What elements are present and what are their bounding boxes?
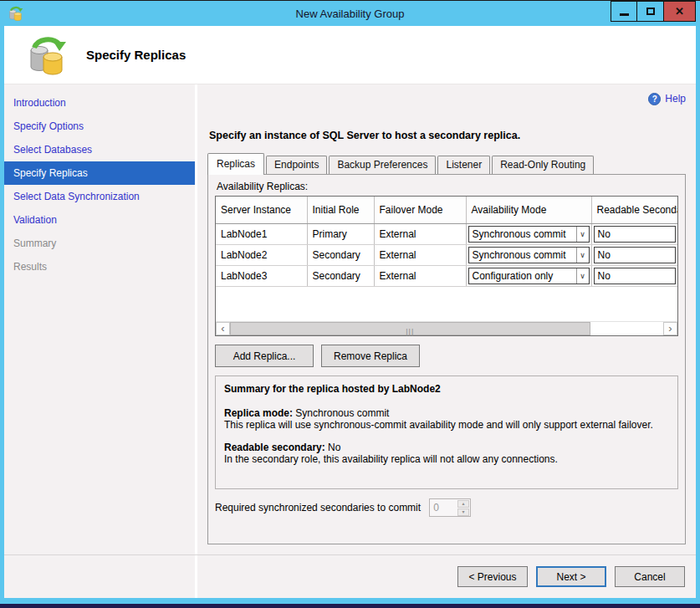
table-row[interactable]: LabNode2 Secondary External Synchronous … [216,244,677,265]
col-initial-role: Initial Role [307,197,374,223]
col-failover-mode: Failover Mode [374,197,466,223]
add-replica-button[interactable]: Add Replica... [215,345,314,367]
minimize-icon [620,13,629,16]
dialog: Specify Replicas Introduction Specify Op… [4,26,696,598]
sidebar-item-validation[interactable]: Validation [4,208,195,232]
grid-empty-area [216,287,677,322]
quorum-row: Required synchronized secondaries to com… [215,498,678,517]
help-link[interactable]: ? Help [207,91,686,106]
window: New Availability Group ✕ Specify Replica… [0,0,700,608]
instruction-text: Specify an instance of SQL Server to hos… [209,130,686,141]
chevron-down-icon: ∨ [576,248,589,263]
availability-replicas-label: Availability Replicas: [217,181,678,192]
cell-role[interactable]: Secondary [307,265,374,286]
cell-server[interactable]: LabNode2 [216,244,307,265]
readable-secondary-cell[interactable]: No [594,226,677,243]
quorum-stepper: 0 ▴ ▾ [429,498,471,517]
sidebar-item-introduction[interactable]: Introduction [4,91,195,115]
wizard-footer: < Previous Next > Cancel [4,554,696,598]
replicas-grid: Server Instance Initial Role Failover Mo… [215,196,678,336]
availability-mode-dropdown[interactable]: Synchronous commit ∨ [468,247,590,263]
quorum-label: Required synchronized secondaries to com… [215,502,421,513]
tab-read-only-routing[interactable]: Read-Only Routing [492,156,594,174]
wizard-steps-sidebar: Introduction Specify Options Select Data… [4,84,195,554]
page-title: Specify Replicas [86,48,186,62]
tab-backup-preferences[interactable]: Backup Preferences [329,156,436,174]
remove-replica-button[interactable]: Remove Replica [321,345,420,367]
cell-role[interactable]: Primary [307,223,374,244]
grip-icon: ||| [406,328,414,336]
sidebar-item-select-databases[interactable]: Select Databases [4,138,195,161]
readable-secondary-cell[interactable]: No [594,247,677,263]
help-label: Help [665,93,686,105]
window-title: New Availability Group [4,8,696,20]
scroll-right-icon[interactable]: › [663,322,677,335]
col-server-instance: Server Instance [216,197,307,223]
readable-secondary-description: In the secondary role, this availability… [224,453,669,465]
chevron-down-icon: ∨ [576,227,589,242]
tab-replicas[interactable]: Replicas [207,153,264,175]
availability-group-icon [28,35,68,75]
maximize-icon [646,8,655,15]
cancel-button[interactable]: Cancel [615,566,685,587]
wizard-body: Introduction Specify Options Select Data… [4,84,696,554]
chevron-down-icon: ∨ [576,268,589,284]
col-readable-secondary: Readable Secondary [591,197,677,223]
cell-failover[interactable]: External [374,223,466,244]
tab-listener[interactable]: Listener [437,156,490,174]
replica-mode-description: This replica will use synchronous-commit… [224,419,669,431]
next-button[interactable]: Next > [536,566,606,587]
sidebar-item-specify-options[interactable]: Specify Options [4,115,195,138]
table-header-row: Server Instance Initial Role Failover Mo… [216,197,677,223]
table-row[interactable]: LabNode3 Secondary External Configuratio… [216,265,677,286]
replicas-tab-page: Availability Replicas: Server Instance I… [207,174,686,544]
cell-failover[interactable]: External [374,244,466,265]
sidebar-item-results: Results [4,255,195,278]
close-icon: ✕ [675,5,684,18]
minimize-button[interactable] [611,1,637,22]
col-availability-mode: Availability Mode [466,197,591,223]
replica-mode-line: Replica mode: Synchronous commit [224,407,669,419]
wizard-header: Specify Replicas [4,26,696,84]
scroll-left-icon[interactable]: ‹ [216,322,230,335]
availability-mode-dropdown[interactable]: Configuration only ∨ [468,268,590,284]
scrollbar-track[interactable] [590,322,663,335]
readable-secondary-line: Readable secondary: No [224,442,669,453]
previous-button[interactable]: < Previous [457,566,528,587]
page-content: ? Help Specify an instance of SQL Server… [197,84,696,554]
readable-secondary-cell[interactable]: No [594,268,677,284]
sidebar-item-data-synchronization[interactable]: Select Data Synchronization [4,185,195,208]
table-row[interactable]: LabNode1 Primary External Synchronous co… [216,223,677,244]
stepper-buttons: ▴ ▾ [457,499,470,516]
tab-endpoints[interactable]: Endpoints [266,156,327,174]
replica-summary-box: Summary for the replica hosted by LabNod… [215,376,678,489]
footer-panel-divider [195,555,197,598]
tab-bar: Replicas Endpoints Backup Preferences Li… [207,153,686,174]
sidebar-item-summary: Summary [4,232,195,255]
cell-failover[interactable]: External [374,265,466,286]
window-controls: ✕ [611,1,696,23]
spin-down-icon: ▾ [457,508,469,516]
summary-title: Summary for the replica hosted by LabNod… [224,383,669,395]
cell-server[interactable]: LabNode3 [216,265,307,286]
sidebar-item-specify-replicas[interactable]: Specify Replicas [4,161,195,185]
scrollbar-thumb[interactable]: ||| [230,322,590,335]
cell-server[interactable]: LabNode1 [216,223,307,244]
quorum-value: 0 [430,499,457,516]
cell-role[interactable]: Secondary [307,244,374,265]
availability-mode-dropdown[interactable]: Synchronous commit ∨ [468,226,590,243]
replicas-table: Server Instance Initial Role Failover Mo… [216,197,677,287]
replica-actions: Add Replica... Remove Replica [215,345,678,367]
horizontal-scrollbar[interactable]: ‹ ||| › [216,321,677,335]
maximize-button[interactable] [637,1,664,22]
spin-up-icon: ▴ [457,500,469,508]
titlebar[interactable]: New Availability Group ✕ [4,1,696,26]
help-icon: ? [648,93,661,105]
close-button[interactable]: ✕ [664,1,696,22]
